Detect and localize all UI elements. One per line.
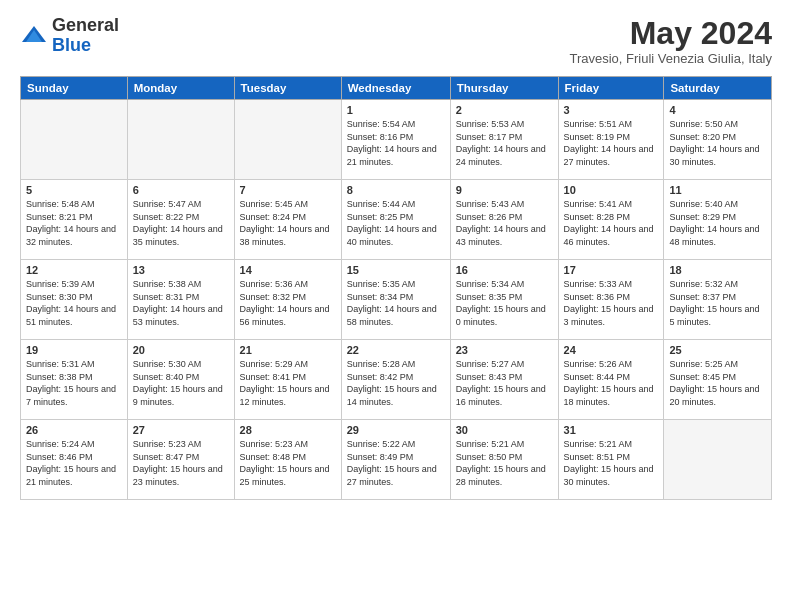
- table-row: 18 Sunrise: 5:32 AMSunset: 8:37 PMDaylig…: [664, 260, 772, 340]
- day-info: Sunrise: 5:43 AMSunset: 8:26 PMDaylight:…: [456, 198, 553, 248]
- day-info: Sunrise: 5:38 AMSunset: 8:31 PMDaylight:…: [133, 278, 229, 328]
- table-row: 17 Sunrise: 5:33 AMSunset: 8:36 PMDaylig…: [558, 260, 664, 340]
- day-info: Sunrise: 5:47 AMSunset: 8:22 PMDaylight:…: [133, 198, 229, 248]
- table-row: 12 Sunrise: 5:39 AMSunset: 8:30 PMDaylig…: [21, 260, 128, 340]
- table-row: 20 Sunrise: 5:30 AMSunset: 8:40 PMDaylig…: [127, 340, 234, 420]
- calendar-week-row: 26 Sunrise: 5:24 AMSunset: 8:46 PMDaylig…: [21, 420, 772, 500]
- day-info: Sunrise: 5:29 AMSunset: 8:41 PMDaylight:…: [240, 358, 336, 408]
- day-number: 30: [456, 424, 553, 436]
- day-info: Sunrise: 5:21 AMSunset: 8:51 PMDaylight:…: [564, 438, 659, 488]
- table-row: [21, 100, 128, 180]
- weekday-row: Sunday Monday Tuesday Wednesday Thursday…: [21, 77, 772, 100]
- day-number: 13: [133, 264, 229, 276]
- day-number: 25: [669, 344, 766, 356]
- day-info: Sunrise: 5:24 AMSunset: 8:46 PMDaylight:…: [26, 438, 122, 488]
- logo-general: General: [52, 16, 119, 36]
- day-number: 2: [456, 104, 553, 116]
- logo-blue: Blue: [52, 36, 119, 56]
- logo: General Blue: [20, 16, 119, 56]
- header-monday: Monday: [127, 77, 234, 100]
- day-number: 1: [347, 104, 445, 116]
- table-row: 5 Sunrise: 5:48 AMSunset: 8:21 PMDayligh…: [21, 180, 128, 260]
- page: General Blue May 2024 Travesio, Friuli V…: [0, 0, 792, 612]
- day-info: Sunrise: 5:41 AMSunset: 8:28 PMDaylight:…: [564, 198, 659, 248]
- day-number: 4: [669, 104, 766, 116]
- day-info: Sunrise: 5:23 AMSunset: 8:48 PMDaylight:…: [240, 438, 336, 488]
- table-row: [664, 420, 772, 500]
- day-info: Sunrise: 5:51 AMSunset: 8:19 PMDaylight:…: [564, 118, 659, 168]
- day-info: Sunrise: 5:22 AMSunset: 8:49 PMDaylight:…: [347, 438, 445, 488]
- title-block: May 2024 Travesio, Friuli Venezia Giulia…: [569, 16, 772, 66]
- table-row: 6 Sunrise: 5:47 AMSunset: 8:22 PMDayligh…: [127, 180, 234, 260]
- table-row: 19 Sunrise: 5:31 AMSunset: 8:38 PMDaylig…: [21, 340, 128, 420]
- calendar-body: 1 Sunrise: 5:54 AMSunset: 8:16 PMDayligh…: [21, 100, 772, 500]
- day-info: Sunrise: 5:44 AMSunset: 8:25 PMDaylight:…: [347, 198, 445, 248]
- header-sunday: Sunday: [21, 77, 128, 100]
- day-info: Sunrise: 5:31 AMSunset: 8:38 PMDaylight:…: [26, 358, 122, 408]
- calendar-week-row: 5 Sunrise: 5:48 AMSunset: 8:21 PMDayligh…: [21, 180, 772, 260]
- day-number: 22: [347, 344, 445, 356]
- day-number: 6: [133, 184, 229, 196]
- day-info: Sunrise: 5:23 AMSunset: 8:47 PMDaylight:…: [133, 438, 229, 488]
- day-number: 21: [240, 344, 336, 356]
- header-friday: Friday: [558, 77, 664, 100]
- day-number: 29: [347, 424, 445, 436]
- day-number: 5: [26, 184, 122, 196]
- month-title: May 2024: [569, 16, 772, 51]
- calendar-header: Sunday Monday Tuesday Wednesday Thursday…: [21, 77, 772, 100]
- table-row: 11 Sunrise: 5:40 AMSunset: 8:29 PMDaylig…: [664, 180, 772, 260]
- day-number: 11: [669, 184, 766, 196]
- table-row: 23 Sunrise: 5:27 AMSunset: 8:43 PMDaylig…: [450, 340, 558, 420]
- day-info: Sunrise: 5:53 AMSunset: 8:17 PMDaylight:…: [456, 118, 553, 168]
- day-info: Sunrise: 5:28 AMSunset: 8:42 PMDaylight:…: [347, 358, 445, 408]
- day-info: Sunrise: 5:40 AMSunset: 8:29 PMDaylight:…: [669, 198, 766, 248]
- day-number: 27: [133, 424, 229, 436]
- day-number: 16: [456, 264, 553, 276]
- day-number: 8: [347, 184, 445, 196]
- day-number: 15: [347, 264, 445, 276]
- day-info: Sunrise: 5:21 AMSunset: 8:50 PMDaylight:…: [456, 438, 553, 488]
- day-number: 28: [240, 424, 336, 436]
- header: General Blue May 2024 Travesio, Friuli V…: [20, 16, 772, 66]
- table-row: 16 Sunrise: 5:34 AMSunset: 8:35 PMDaylig…: [450, 260, 558, 340]
- table-row: 8 Sunrise: 5:44 AMSunset: 8:25 PMDayligh…: [341, 180, 450, 260]
- day-info: Sunrise: 5:48 AMSunset: 8:21 PMDaylight:…: [26, 198, 122, 248]
- table-row: 21 Sunrise: 5:29 AMSunset: 8:41 PMDaylig…: [234, 340, 341, 420]
- day-info: Sunrise: 5:25 AMSunset: 8:45 PMDaylight:…: [669, 358, 766, 408]
- table-row: 4 Sunrise: 5:50 AMSunset: 8:20 PMDayligh…: [664, 100, 772, 180]
- day-number: 17: [564, 264, 659, 276]
- table-row: [127, 100, 234, 180]
- day-number: 20: [133, 344, 229, 356]
- day-number: 7: [240, 184, 336, 196]
- day-info: Sunrise: 5:33 AMSunset: 8:36 PMDaylight:…: [564, 278, 659, 328]
- day-number: 10: [564, 184, 659, 196]
- day-info: Sunrise: 5:26 AMSunset: 8:44 PMDaylight:…: [564, 358, 659, 408]
- calendar-table: Sunday Monday Tuesday Wednesday Thursday…: [20, 76, 772, 500]
- table-row: 1 Sunrise: 5:54 AMSunset: 8:16 PMDayligh…: [341, 100, 450, 180]
- header-wednesday: Wednesday: [341, 77, 450, 100]
- table-row: 30 Sunrise: 5:21 AMSunset: 8:50 PMDaylig…: [450, 420, 558, 500]
- header-saturday: Saturday: [664, 77, 772, 100]
- location-subtitle: Travesio, Friuli Venezia Giulia, Italy: [569, 51, 772, 66]
- table-row: 22 Sunrise: 5:28 AMSunset: 8:42 PMDaylig…: [341, 340, 450, 420]
- day-number: 9: [456, 184, 553, 196]
- table-row: 3 Sunrise: 5:51 AMSunset: 8:19 PMDayligh…: [558, 100, 664, 180]
- day-number: 19: [26, 344, 122, 356]
- header-tuesday: Tuesday: [234, 77, 341, 100]
- day-info: Sunrise: 5:50 AMSunset: 8:20 PMDaylight:…: [669, 118, 766, 168]
- calendar-week-row: 1 Sunrise: 5:54 AMSunset: 8:16 PMDayligh…: [21, 100, 772, 180]
- table-row: 7 Sunrise: 5:45 AMSunset: 8:24 PMDayligh…: [234, 180, 341, 260]
- logo-text: General Blue: [52, 16, 119, 56]
- day-number: 31: [564, 424, 659, 436]
- header-thursday: Thursday: [450, 77, 558, 100]
- day-info: Sunrise: 5:27 AMSunset: 8:43 PMDaylight:…: [456, 358, 553, 408]
- table-row: 15 Sunrise: 5:35 AMSunset: 8:34 PMDaylig…: [341, 260, 450, 340]
- day-info: Sunrise: 5:36 AMSunset: 8:32 PMDaylight:…: [240, 278, 336, 328]
- table-row: 29 Sunrise: 5:22 AMSunset: 8:49 PMDaylig…: [341, 420, 450, 500]
- table-row: 9 Sunrise: 5:43 AMSunset: 8:26 PMDayligh…: [450, 180, 558, 260]
- day-number: 12: [26, 264, 122, 276]
- calendar-week-row: 12 Sunrise: 5:39 AMSunset: 8:30 PMDaylig…: [21, 260, 772, 340]
- table-row: 10 Sunrise: 5:41 AMSunset: 8:28 PMDaylig…: [558, 180, 664, 260]
- day-number: 14: [240, 264, 336, 276]
- day-number: 26: [26, 424, 122, 436]
